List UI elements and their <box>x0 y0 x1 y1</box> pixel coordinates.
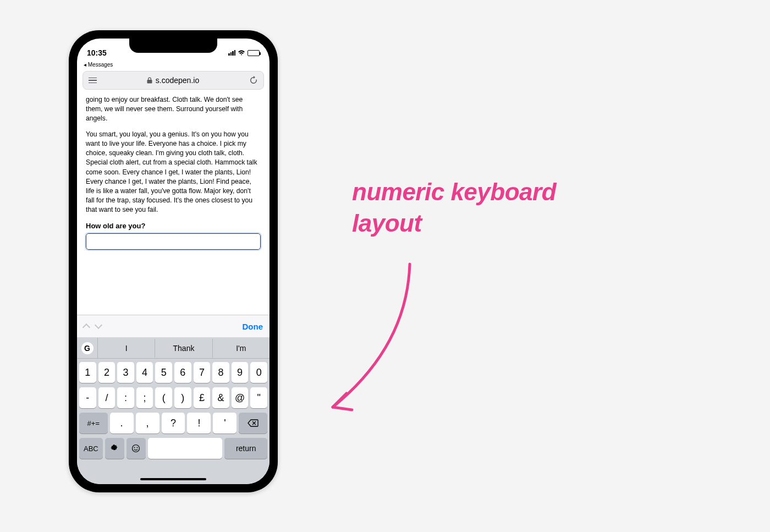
annotation-arrow <box>311 253 432 429</box>
browser-address-bar[interactable]: s.codepen.io <box>82 71 264 90</box>
key-7[interactable]: 7 <box>194 362 211 383</box>
key-return[interactable]: return <box>224 438 267 459</box>
home-indicator[interactable] <box>140 478 206 480</box>
key-settings[interactable] <box>105 438 124 459</box>
suggestion-1[interactable]: I <box>98 339 155 358</box>
google-input-icon[interactable]: G <box>77 338 98 359</box>
phone-frame: 10:35 ◂ Messages s.codepen.io going to e… <box>69 30 278 492</box>
keyboard-bottom-area <box>77 468 270 484</box>
paragraph-2: You smart, you loyal, you a genius. It's… <box>86 130 261 215</box>
key-4[interactable]: 4 <box>136 362 153 383</box>
key-backspace[interactable] <box>239 413 267 434</box>
annotation-line-1: numeric keyboard <box>352 178 556 205</box>
key-ampersand[interactable]: & <box>212 387 229 408</box>
reload-icon[interactable] <box>249 76 258 85</box>
page-content[interactable]: going to enjoy our breakfast. Cloth talk… <box>77 93 270 315</box>
gear-icon <box>110 444 119 453</box>
key-0[interactable]: 0 <box>250 362 267 383</box>
signal-icon <box>228 50 235 56</box>
next-field-icon[interactable] <box>95 321 102 329</box>
key-question[interactable]: ? <box>162 413 185 434</box>
key-8[interactable]: 8 <box>212 362 229 383</box>
key-row-4: ABC return <box>79 438 267 459</box>
key-emoji[interactable] <box>127 438 146 459</box>
annotation-label: numeric keyboard layout <box>352 176 556 239</box>
emoji-icon <box>131 444 140 453</box>
done-button[interactable]: Done <box>243 322 263 331</box>
keyboard: 1 2 3 4 5 6 7 8 9 0 - / : ; ( ) £ & @ <box>77 359 270 468</box>
key-dash[interactable]: - <box>79 387 96 408</box>
key-symbols[interactable]: #+= <box>79 413 108 434</box>
key-exclaim[interactable]: ! <box>187 413 211 434</box>
key-comma[interactable]: , <box>136 413 160 434</box>
url-display: s.codepen.io <box>147 76 199 85</box>
suggestion-2[interactable]: Thank <box>155 339 212 358</box>
svg-point-0 <box>133 445 140 452</box>
key-row-1: 1 2 3 4 5 6 7 8 9 0 <box>79 362 267 383</box>
key-1[interactable]: 1 <box>79 362 96 383</box>
key-quote[interactable]: " <box>250 387 267 408</box>
key-5[interactable]: 5 <box>155 362 172 383</box>
status-indicators <box>228 50 260 56</box>
prev-field-icon[interactable] <box>82 323 90 331</box>
age-label: How old are you? <box>86 221 261 231</box>
url-text: s.codepen.io <box>156 76 199 85</box>
svg-point-1 <box>134 447 135 448</box>
wifi-icon <box>238 50 245 56</box>
status-time: 10:35 <box>87 48 107 57</box>
svg-point-2 <box>137 447 138 448</box>
menu-icon[interactable] <box>89 78 97 84</box>
key-2[interactable]: 2 <box>98 362 116 383</box>
key-colon[interactable]: : <box>117 387 134 408</box>
annotation-line-2: layout <box>352 210 422 237</box>
paragraph-1: going to enjoy our breakfast. Cloth talk… <box>86 95 261 123</box>
key-paren-open[interactable]: ( <box>155 387 172 408</box>
lock-icon <box>147 77 152 84</box>
key-6[interactable]: 6 <box>174 362 191 383</box>
key-apostrophe[interactable]: ' <box>213 413 237 434</box>
key-period[interactable]: . <box>110 413 134 434</box>
suggestion-bar: G I Thank I'm <box>77 338 270 359</box>
key-3[interactable]: 3 <box>117 362 134 383</box>
back-to-messages[interactable]: ◂ Messages <box>77 62 270 70</box>
phone-screen: 10:35 ◂ Messages s.codepen.io going to e… <box>77 39 270 484</box>
keyboard-accessory-bar: Done <box>77 315 270 338</box>
age-input[interactable] <box>86 233 261 250</box>
key-pound[interactable]: £ <box>194 387 211 408</box>
key-row-3: #+= . , ? ! ' <box>79 413 267 434</box>
battery-icon <box>248 50 260 56</box>
key-slash[interactable]: / <box>98 387 116 408</box>
suggestion-3[interactable]: I'm <box>213 339 270 358</box>
key-at[interactable]: @ <box>232 387 249 408</box>
key-abc[interactable]: ABC <box>79 438 103 459</box>
key-space[interactable] <box>148 438 223 459</box>
key-semicolon[interactable]: ; <box>136 387 153 408</box>
key-9[interactable]: 9 <box>232 362 249 383</box>
key-paren-close[interactable]: ) <box>174 387 191 408</box>
notch <box>129 39 217 53</box>
backspace-icon <box>248 419 258 427</box>
key-row-2: - / : ; ( ) £ & @ " <box>79 387 267 408</box>
